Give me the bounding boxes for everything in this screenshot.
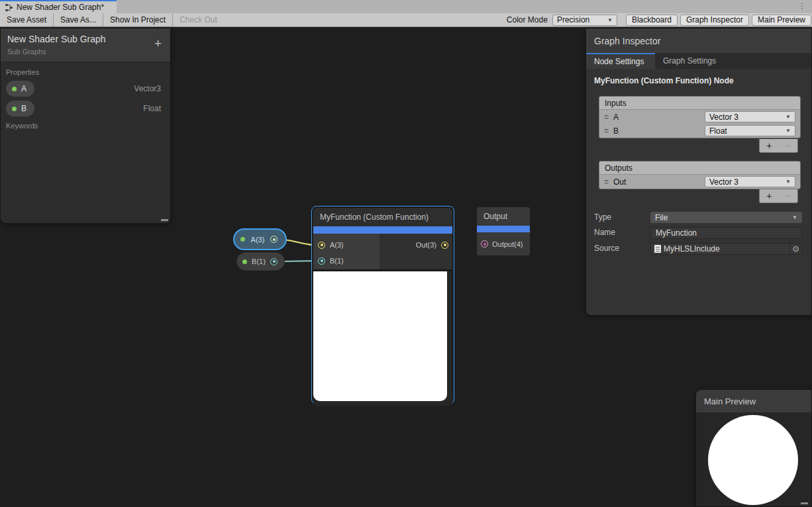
tab-graph-settings[interactable]: Graph Settings (655, 53, 724, 69)
output-out-name: Out (613, 177, 626, 187)
custom-function-node[interactable]: MyFunction (Custom Function) A(3) B(1) O… (311, 206, 454, 404)
exposed-dot-icon (240, 237, 245, 242)
selected-node-heading: MyFunction (Custom Function) Node (594, 76, 803, 85)
graph-inspector-title[interactable]: Graph Inspector (586, 28, 811, 53)
output-node-input-port[interactable] (481, 240, 488, 248)
main-preview-panel: Main Preview (695, 389, 812, 507)
blackboard-header[interactable]: New Shader Sub Graph Sub Graphs + (1, 28, 170, 62)
inputs-row-b[interactable]: = B Float ▼ (599, 124, 800, 138)
input-port-row-a: A(3) (313, 237, 380, 253)
output-out-type-value: Vector 3 (709, 177, 738, 187)
inputs-list-footer: + − (759, 139, 798, 153)
blackboard-subtitle: Sub Graphs (7, 48, 164, 56)
name-label: Name (594, 228, 615, 237)
preview-resize-handle[interactable] (801, 502, 808, 504)
chevron-down-icon: ▼ (786, 179, 791, 185)
property-a-output-port[interactable] (270, 236, 278, 243)
node-title[interactable]: MyFunction (Custom Function) (313, 208, 452, 226)
node-input-column: A(3) B(1) (313, 234, 380, 269)
output-port-out[interactable] (441, 242, 448, 249)
input-b-type-value: Float (709, 126, 727, 136)
port-dot (444, 244, 446, 246)
exposed-dot-icon (242, 259, 247, 264)
graph-inspector-panel: Graph Inspector Node Settings Graph Sett… (585, 28, 812, 316)
exposed-dot-icon (12, 87, 17, 91)
type-value: File (655, 213, 668, 222)
input-port-b[interactable] (318, 257, 325, 265)
type-dropdown[interactable]: File ▼ (650, 212, 802, 223)
input-b-type-dropdown[interactable]: Float ▼ (705, 125, 795, 136)
property-node-b-label: B(1) (252, 257, 266, 265)
inputs-list: Inputs = A Vector 3 ▼ = B Float ▼ (599, 96, 801, 138)
output-node-title[interactable]: Output (477, 207, 530, 226)
inputs-row-a[interactable]: = A Vector 3 ▼ (599, 110, 800, 124)
property-node-a-label: A(3) (251, 236, 265, 244)
add-property-button[interactable]: + (154, 37, 162, 50)
port-dot (483, 243, 486, 246)
blackboard-property-b[interactable]: B (6, 101, 34, 116)
input-a-type-dropdown[interactable]: Vector 3 ▼ (705, 111, 795, 122)
input-port-a-label: A(3) (330, 241, 344, 249)
blackboard-resize-handle[interactable] (161, 219, 168, 221)
outputs-list-header: Outputs (599, 161, 800, 175)
blackboard-body: Properties A Vector3 B Float Keywords (1, 62, 170, 223)
port-dot (321, 244, 323, 246)
output-out-type-dropdown[interactable]: Vector 3 ▼ (705, 176, 795, 187)
file-icon (654, 245, 661, 253)
input-port-row-b: B(1) (313, 253, 380, 269)
node-port-section: A(3) B(1) Out(3) (313, 234, 452, 269)
object-picker-icon[interactable]: ⊙ (789, 244, 801, 254)
property-a-name: A (21, 84, 26, 93)
outputs-list: Outputs = Out Vector 3 ▼ (599, 161, 801, 189)
node-preview-area (313, 271, 452, 406)
output-node-port-row: Output(4) (477, 232, 530, 255)
property-row-a: A Vector3 (6, 81, 165, 97)
source-object-field[interactable]: MyHLSLInclude ⊙ (650, 243, 802, 255)
property-b-type: Float (143, 101, 161, 116)
property-row-b: B Float (6, 101, 165, 116)
main-preview-body[interactable] (696, 412, 811, 506)
blackboard-panel: New Shader Sub Graph Sub Graphs + Proper… (0, 28, 171, 224)
port-dot (273, 260, 276, 263)
input-b-name: B (613, 126, 619, 136)
outputs-row-out[interactable]: = Out Vector 3 ▼ (599, 175, 800, 189)
port-dot (321, 259, 323, 262)
input-a-name: A (613, 113, 619, 122)
name-field[interactable] (650, 227, 802, 239)
chevron-down-icon: ▼ (786, 128, 791, 134)
add-output-button[interactable]: + (766, 191, 772, 201)
blackboard-property-a[interactable]: A (6, 81, 34, 97)
inspector-tab-bar: Node Settings Graph Settings (586, 53, 811, 69)
keywords-section-label: Keywords (1, 120, 170, 131)
blackboard-title: New Shader Sub Graph (7, 34, 164, 44)
property-node-b[interactable]: B(1) (236, 252, 285, 271)
type-label: Type (594, 212, 611, 222)
drag-handle-icon[interactable]: = (604, 177, 609, 187)
output-port-label: Out(3) (416, 241, 436, 249)
main-preview-title[interactable]: Main Preview (696, 390, 811, 412)
output-node-title-divider (477, 226, 530, 232)
port-dot (273, 238, 276, 241)
inputs-list-header: Inputs (599, 97, 800, 110)
outputs-list-footer: + − (759, 189, 798, 203)
output-node[interactable]: Output Output(4) (477, 207, 530, 255)
chevron-down-icon: ▼ (786, 114, 791, 120)
properties-section-label: Properties (1, 67, 170, 77)
tab-node-settings[interactable]: Node Settings (586, 53, 655, 69)
remove-input-button: − (786, 140, 791, 151)
property-node-a[interactable]: A(3) (233, 228, 287, 250)
property-b-output-port[interactable] (270, 258, 278, 265)
preview-sphere (708, 415, 798, 505)
output-node-port-label: Output(4) (492, 240, 523, 248)
chevron-down-icon: ▼ (792, 214, 797, 220)
drag-handle-icon[interactable]: = (604, 113, 609, 122)
input-port-a[interactable] (318, 242, 325, 249)
drag-handle-icon[interactable]: = (604, 126, 609, 136)
property-b-name: B (21, 104, 26, 113)
source-label: Source (594, 244, 619, 253)
input-a-type-value: Vector 3 (709, 113, 738, 122)
add-input-button[interactable]: + (766, 140, 772, 151)
input-port-b-label: B(1) (330, 257, 344, 265)
output-port-row: Out(3) (380, 237, 452, 253)
exposed-dot-icon (12, 107, 17, 111)
